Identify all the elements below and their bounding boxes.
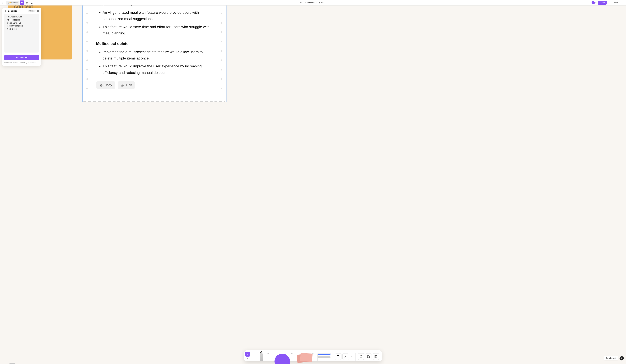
- chevron-down-icon[interactable]: [619, 2, 620, 3]
- star-icon: [9, 2, 11, 4]
- connector-options-toggle[interactable]: [350, 353, 353, 360]
- svg-point-6: [8, 2, 9, 3]
- comments-button[interactable]: [30, 0, 35, 5]
- list-item: Implementing a multiselect delete featur…: [103, 49, 213, 62]
- copy-icon: [99, 83, 103, 87]
- breadcrumb-current[interactable]: Welcome to FigJam: [307, 2, 324, 4]
- bullet-list: An AI-generated meal plan feature would …: [103, 9, 213, 36]
- list-item: This feature would improve the user expe…: [103, 63, 213, 76]
- tool-options-toggle[interactable]: [267, 352, 269, 354]
- stamp-icon: [359, 355, 363, 358]
- section-tool-button[interactable]: [365, 353, 372, 360]
- minus-icon: [609, 2, 611, 4]
- ai-disclaimer: AI outputs can be misleading or wrong: [4, 62, 39, 64]
- list-item: This feature would save time and effort …: [103, 24, 213, 36]
- svg-point-0: [2, 2, 2, 2]
- figma-logo-icon: [1, 2, 4, 4]
- resize-handles-left[interactable]: [86, 13, 88, 89]
- chevron-right-icon: [615, 358, 617, 359]
- figma-menu-button[interactable]: [1, 0, 5, 5]
- chevron-up-icon: [312, 352, 314, 354]
- comment-icon: [31, 1, 34, 4]
- select-mode-button[interactable]: [245, 352, 250, 357]
- connector-icon: [344, 355, 347, 358]
- table-tool-button[interactable]: [373, 353, 379, 360]
- sparkle-icon: [21, 1, 23, 4]
- generate-panel-title: Generate: [8, 10, 27, 12]
- chevron-down-icon: [351, 356, 352, 357]
- marker-tool[interactable]: [253, 351, 269, 362]
- breadcrumb: Drafts / Welcome to FigJam: [299, 2, 324, 4]
- svg-point-3: [3, 2, 3, 3]
- svg-point-4: [2, 3, 2, 3]
- timer-value: 06:00: [11, 1, 18, 4]
- connector-tool-button[interactable]: [343, 353, 349, 360]
- canvas[interactable]: Add text Generate AI beta Generate AI ou…: [0, 5, 626, 364]
- chevron-up-icon: [291, 352, 293, 354]
- tool-options-toggle[interactable]: [312, 352, 314, 354]
- share-button[interactable]: Share: [598, 1, 607, 5]
- plus-icon: [622, 2, 624, 4]
- layout-icon: [26, 1, 28, 4]
- tool-options-toggle[interactable]: [291, 352, 293, 354]
- bottom-toolbar: T: [244, 350, 382, 362]
- templates-button[interactable]: [25, 0, 29, 5]
- text-icon: T: [337, 355, 339, 358]
- help-button[interactable]: ?: [620, 356, 624, 361]
- zoom-in-button[interactable]: [621, 0, 625, 5]
- svg-rect-17: [100, 84, 102, 86]
- pencil-icon: [260, 352, 263, 362]
- chevron-down-icon[interactable]: [326, 2, 327, 3]
- widgets-tool[interactable]: [316, 351, 332, 362]
- resize-handles-right[interactable]: [221, 13, 222, 89]
- timer-pill[interactable]: 06:00: [6, 1, 19, 5]
- svg-point-15: [36, 62, 36, 62]
- hand-mode-button[interactable]: [245, 357, 250, 362]
- zoom-level[interactable]: 200%: [613, 2, 619, 4]
- hand-icon: [246, 358, 249, 360]
- svg-point-2: [2, 2, 2, 3]
- info-icon[interactable]: [35, 62, 37, 64]
- chevron-down-icon[interactable]: [595, 2, 597, 3]
- text-tool-button[interactable]: T: [335, 353, 342, 360]
- topbar: 06:00 Drafts / Welcome to FigJam L Share…: [0, 0, 626, 5]
- svg-rect-20: [375, 355, 377, 358]
- stamp-tool-button[interactable]: [358, 353, 364, 360]
- table-icon: [374, 355, 378, 358]
- breadcrumb-parent[interactable]: Drafts: [299, 2, 304, 4]
- svg-rect-18: [367, 356, 369, 358]
- shape-tool[interactable]: [271, 351, 294, 362]
- generate-button[interactable]: Generate: [4, 55, 39, 60]
- link-button[interactable]: Link: [117, 81, 135, 89]
- breadcrumb-separator: /: [305, 2, 306, 4]
- cursor-icon: [246, 353, 249, 355]
- avatar[interactable]: L: [591, 1, 595, 4]
- svg-rect-16: [100, 84, 102, 86]
- svg-rect-7: [26, 2, 28, 4]
- zoom-out-button[interactable]: [608, 0, 613, 5]
- svg-rect-19: [367, 355, 368, 356]
- ai-sparkle-button[interactable]: [20, 0, 24, 5]
- back-icon[interactable]: [4, 10, 6, 12]
- bullet-list: Implementing a multiselect delete featur…: [103, 49, 213, 76]
- close-icon[interactable]: [37, 10, 39, 12]
- horizontal-scrollbar[interactable]: [9, 363, 15, 364]
- sticky-note-icon: [297, 353, 313, 362]
- section-heading: Multiselect delete: [96, 41, 213, 46]
- sparkle-icon: [16, 57, 18, 59]
- link-icon: [121, 83, 124, 87]
- chevron-down-icon: [4, 2, 5, 3]
- generate-panel: Generate AI beta Generate AI outputs can…: [2, 8, 41, 66]
- sticky-note-tool[interactable]: [295, 351, 315, 362]
- svg-point-1: [3, 2, 3, 2]
- chevron-up-icon: [267, 352, 269, 354]
- section-heading: AI-generated meal plan: [96, 5, 213, 6]
- selection-edge: [83, 101, 225, 102]
- ai-beta-badge: AI beta: [28, 10, 36, 12]
- section-icon: [367, 355, 370, 358]
- generate-prompt-input[interactable]: [4, 14, 39, 53]
- copy-button[interactable]: Copy: [96, 81, 115, 89]
- skip-intro-button[interactable]: Skip intro: [604, 356, 618, 361]
- ai-output-card[interactable]: AI-generated meal plan An AI-generated m…: [82, 5, 227, 102]
- shape-circle-icon: [274, 354, 290, 364]
